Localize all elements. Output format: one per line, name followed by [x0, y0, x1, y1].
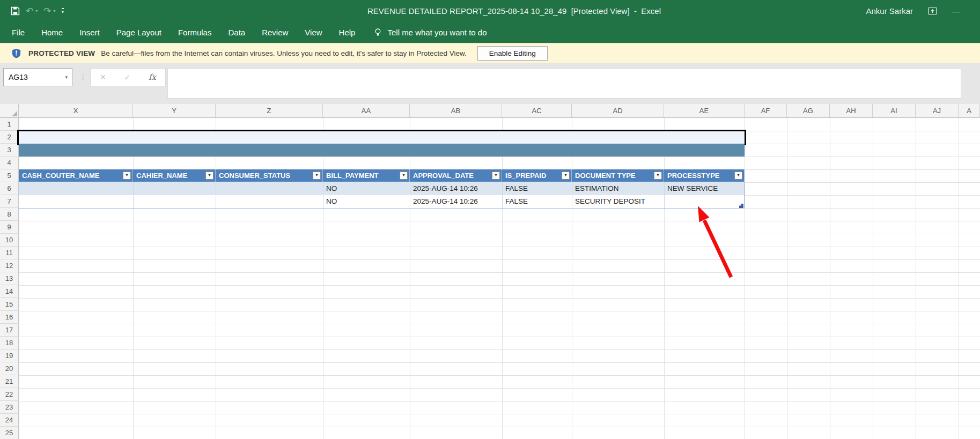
- row-header-12[interactable]: 12: [0, 259, 19, 272]
- insert-function-icon[interactable]: fx: [149, 72, 156, 82]
- tab-help[interactable]: Help: [339, 28, 356, 37]
- row-header-17[interactable]: 17: [0, 324, 19, 337]
- row-header-5[interactable]: 5: [0, 169, 19, 182]
- account-name[interactable]: Ankur Sarkar: [866, 6, 913, 16]
- row-header-2[interactable]: 2: [0, 131, 19, 144]
- redo-caret-icon[interactable]: ▾: [54, 9, 56, 13]
- table-header-bill-payment[interactable]: BILL_PAYMENT▾: [323, 169, 410, 182]
- table-header-label: BILL_PAYMENT: [326, 172, 379, 180]
- row-header-8[interactable]: 8: [0, 208, 19, 221]
- column-header-ag-9[interactable]: AG: [787, 104, 830, 118]
- row-header-14[interactable]: 14: [0, 285, 19, 298]
- cell-AA7[interactable]: NO: [323, 195, 410, 208]
- cell-AC6[interactable]: FALSE: [502, 182, 572, 195]
- minimize-icon[interactable]: —: [952, 7, 960, 16]
- row-header-13[interactable]: 13: [0, 272, 19, 285]
- row-header-19[interactable]: 19: [0, 349, 19, 362]
- tab-insert[interactable]: Insert: [79, 28, 100, 37]
- row-header-7[interactable]: 7: [0, 195, 19, 208]
- column-header-x-0[interactable]: X: [19, 104, 133, 118]
- filter-button-processtype[interactable]: ▾: [734, 172, 742, 180]
- column-header-ai-11[interactable]: AI: [873, 104, 916, 118]
- row-header-15[interactable]: 15: [0, 298, 19, 311]
- cell-AE6[interactable]: NEW SERVICE: [664, 182, 745, 195]
- filter-button-bill-payment[interactable]: ▾: [400, 172, 408, 180]
- filter-button-is-prepaid[interactable]: ▾: [562, 172, 570, 180]
- column-header-a-13[interactable]: A: [959, 104, 980, 118]
- row-header-11[interactable]: 11: [0, 247, 19, 259]
- row-header-21[interactable]: 21: [0, 375, 19, 388]
- customize-quick-access-icon[interactable]: ▾: [62, 8, 64, 14]
- protected-view-label: PROTECTED VIEW: [28, 49, 95, 57]
- table-header-label: CASH_COUTER_NAME: [22, 172, 99, 180]
- column-header-ab-4[interactable]: AB: [410, 104, 502, 118]
- formula-input[interactable]: [167, 68, 961, 99]
- filled-range-row3[interactable]: [19, 144, 745, 157]
- column-header-ad-6[interactable]: AD: [572, 104, 664, 118]
- gridline-vertical: [572, 118, 572, 439]
- cell-AD7[interactable]: SECURITY DEPOSIT: [572, 195, 664, 208]
- row-header-18[interactable]: 18: [0, 337, 19, 349]
- cell-AA6[interactable]: NO: [323, 182, 410, 195]
- table-header-cahier-name[interactable]: CAHIER_NAME▾: [133, 169, 216, 182]
- filter-button-cash-couter-name[interactable]: ▾: [123, 172, 131, 180]
- row-header-9[interactable]: 9: [0, 221, 19, 234]
- name-box[interactable]: AG13 ▾: [3, 68, 72, 86]
- tab-review[interactable]: Review: [262, 28, 288, 37]
- column-header-y-1[interactable]: Y: [133, 104, 216, 118]
- filter-button-cahier-name[interactable]: ▾: [205, 172, 213, 180]
- row-header-16[interactable]: 16: [0, 311, 19, 324]
- name-box-caret-icon[interactable]: ▾: [65, 69, 68, 86]
- cell-AB7[interactable]: 2025-AUG-14 10:26: [410, 195, 502, 208]
- row-header-3[interactable]: 3: [0, 144, 19, 157]
- row-header-4[interactable]: 4: [0, 157, 19, 169]
- cell-AC7[interactable]: FALSE: [502, 195, 572, 208]
- save-icon[interactable]: [11, 6, 20, 16]
- row-header-20[interactable]: 20: [0, 362, 19, 375]
- excel-window: ↶ ▾ ↷ ▾ ▾ REVENUE DETAILED REPORT_2025-0…: [0, 0, 980, 439]
- tab-view[interactable]: View: [305, 28, 322, 37]
- table-header-consumer-status[interactable]: CONSUMER_STATUS▾: [216, 169, 323, 182]
- row-header-6[interactable]: 6: [0, 182, 19, 195]
- table-header-approval-date[interactable]: APPROVAL_DATE▾: [410, 169, 502, 182]
- enter-icon[interactable]: ✓: [124, 73, 130, 81]
- lightbulb-icon: [373, 28, 382, 37]
- table-header-is-prepaid[interactable]: IS_PREPAID▾: [502, 169, 572, 182]
- column-header-aa-3[interactable]: AA: [323, 104, 410, 118]
- select-all-button[interactable]: [0, 104, 19, 118]
- redo-icon[interactable]: ↷: [43, 6, 51, 16]
- row-header-10[interactable]: 10: [0, 234, 19, 247]
- undo-icon[interactable]: ↶: [26, 6, 33, 16]
- column-header-ae-7[interactable]: AE: [664, 104, 745, 118]
- column-header-ac-5[interactable]: AC: [502, 104, 572, 118]
- column-header-aj-12[interactable]: AJ: [916, 104, 959, 118]
- column-header-z-2[interactable]: Z: [216, 104, 323, 118]
- tab-file[interactable]: File: [12, 28, 25, 37]
- filter-button-consumer-status[interactable]: ▾: [313, 172, 321, 180]
- undo-caret-icon[interactable]: ▾: [35, 9, 38, 13]
- highlighted-range-row2[interactable]: [17, 130, 746, 145]
- tab-home[interactable]: Home: [41, 28, 63, 37]
- cancel-icon[interactable]: ✕: [100, 73, 106, 81]
- gridline-horizontal: [19, 247, 980, 247]
- cell-AB6[interactable]: 2025-AUG-14 10:26: [410, 182, 502, 195]
- filter-button-approval-date[interactable]: ▾: [492, 172, 500, 180]
- row-header-24[interactable]: 24: [0, 414, 19, 427]
- table-header-processtype[interactable]: PROCESSTYPE▾: [664, 169, 745, 182]
- enable-editing-button[interactable]: Enable Editing: [477, 46, 548, 61]
- row-header-22[interactable]: 22: [0, 388, 19, 401]
- column-header-ah-10[interactable]: AH: [830, 104, 873, 118]
- tab-data[interactable]: Data: [228, 28, 245, 37]
- table-header-document-type[interactable]: DOCUMENT TYPE▾: [572, 169, 664, 182]
- table-header-cash-couter-name[interactable]: CASH_COUTER_NAME▾: [19, 169, 133, 182]
- column-header-af-8[interactable]: AF: [745, 104, 787, 118]
- tab-page-layout[interactable]: Page Layout: [116, 28, 161, 37]
- cell-AD6[interactable]: ESTIMATION: [572, 182, 664, 195]
- tab-formulas[interactable]: Formulas: [178, 28, 212, 37]
- tell-me[interactable]: Tell me what you want to do: [373, 28, 487, 37]
- row-header-1[interactable]: 1: [0, 118, 19, 131]
- row-header-23[interactable]: 23: [0, 401, 19, 414]
- ribbon-display-options-icon[interactable]: [928, 7, 937, 15]
- row-header-25[interactable]: 25: [0, 427, 19, 439]
- filter-button-document-type[interactable]: ▾: [654, 172, 662, 180]
